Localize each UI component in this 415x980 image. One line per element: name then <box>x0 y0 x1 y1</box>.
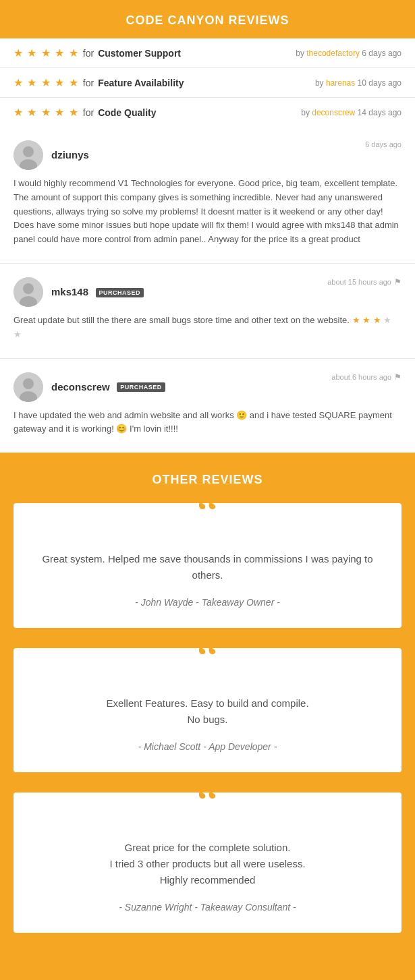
testimonial-text-3: Great price for the complete solution.I … <box>34 840 381 888</box>
for-label-2: for <box>83 78 94 88</box>
rating-right-3: by deconscrew 14 days ago <box>301 108 402 117</box>
stars-1: ★ ★ ★ ★ ★ <box>13 47 79 59</box>
review-card-1: dziunys 6 days ago I would highly recomm… <box>0 127 415 264</box>
testimonial-author-2: - Michael Scott - App Developer - <box>34 741 381 752</box>
page-title: CODE CANYON REVIEWS <box>7 13 408 28</box>
svg-point-1 <box>23 146 34 157</box>
reviewer-name-3: deconscrew PURCHASED <box>51 381 165 393</box>
other-reviews-title: OTHER REVIEWS <box>13 473 402 487</box>
review-card-2: mks148 PURCHASED about 15 hours ago ⚑ Gr… <box>0 264 415 359</box>
category-2: Feature Availability <box>98 78 184 88</box>
quote-mark-3: “ <box>34 786 381 819</box>
time-2: 10 days ago <box>358 78 402 88</box>
time-1: 6 days ago <box>362 49 402 58</box>
svg-point-4 <box>23 283 34 294</box>
rating-left-1: ★ ★ ★ ★ ★ for Customer Support <box>13 47 181 59</box>
reviewer-info-2: mks148 PURCHASED <box>13 277 144 307</box>
reviews-section: dziunys 6 days ago I would highly recomm… <box>0 127 415 453</box>
testimonial-author-1: - John Wayde - Takeaway Owner - <box>34 597 381 608</box>
testimonial-card-1: “ Great system. Helped me save thousands… <box>13 503 402 627</box>
reviewer-info-1: dziunys <box>13 140 89 170</box>
svg-point-7 <box>23 378 34 389</box>
testimonial-author-3: - Suzanne Wright - Takeaway Consultant - <box>34 902 381 913</box>
testimonial-card-2: “ Exellent Features. Easy to build and c… <box>13 648 402 772</box>
review-card-3: deconscrew PURCHASED about 6 hours ago ⚑… <box>0 359 415 453</box>
rating-right-1: by thecodefactory 6 days ago <box>296 49 402 58</box>
reviewer-link-1[interactable]: thecodefactory <box>306 49 360 58</box>
for-label-3: for <box>83 107 94 118</box>
testimonial-text-2: Exellent Features. Easy to build and com… <box>34 695 381 728</box>
time-3: 14 days ago <box>358 108 402 117</box>
for-label-1: for <box>83 48 94 59</box>
avatar-2 <box>13 277 43 307</box>
reviewer-name-1: dziunys <box>51 149 89 161</box>
quote-mark-2: “ <box>34 641 381 675</box>
review-header-2: mks148 PURCHASED about 15 hours ago ⚑ <box>13 277 402 307</box>
review-header-3: deconscrew PURCHASED about 6 hours ago ⚑ <box>13 372 402 402</box>
avatar-3 <box>13 372 43 402</box>
rating-row-1: ★ ★ ★ ★ ★ for Customer Support by thecod… <box>0 38 415 68</box>
review-meta-3: about 6 hours ago ⚑ <box>331 372 402 382</box>
stars-3: ★ ★ ★ ★ ★ <box>13 106 79 119</box>
stars-2: ★ ★ ★ ★ ★ <box>13 76 79 89</box>
header-section: CODE CANYON REVIEWS <box>0 0 415 38</box>
avatar-1 <box>13 140 43 170</box>
category-1: Customer Support <box>98 48 181 59</box>
rating-left-2: ★ ★ ★ ★ ★ for Feature Availability <box>13 76 184 89</box>
rating-right-2: by harenas 10 days ago <box>315 78 402 88</box>
reviewer-link-3[interactable]: deconscrew <box>312 108 355 117</box>
mini-stars-2: ★ ★ ★ <box>352 315 381 325</box>
testimonial-text-1: Great system. Helped me save thousands i… <box>34 551 381 583</box>
rating-row-2: ★ ★ ★ ★ ★ for Feature Availability by ha… <box>0 68 415 98</box>
review-text-3: I have updated the web and admin website… <box>13 409 402 437</box>
purchased-badge-2: PURCHASED <box>96 288 144 297</box>
review-text-1: I would highly recommend V1 Technologies… <box>13 177 402 247</box>
rating-left-3: ★ ★ ★ ★ ★ for Code Quality <box>13 106 156 119</box>
review-header-1: dziunys 6 days ago <box>13 140 402 170</box>
purchased-badge-3: PURCHASED <box>117 382 165 392</box>
flag-icon-2: ⚑ <box>394 277 402 287</box>
rating-section: ★ ★ ★ ★ ★ for Customer Support by thecod… <box>0 38 415 127</box>
review-meta-2: about 15 hours ago ⚑ <box>327 277 402 287</box>
reviewer-link-2[interactable]: harenas <box>326 78 355 88</box>
reviewer-info-3: deconscrew PURCHASED <box>13 372 165 402</box>
quote-mark-1: “ <box>34 496 381 530</box>
review-text-2: Great update but still the there are sma… <box>13 314 402 342</box>
review-meta-1: 6 days ago <box>365 140 402 148</box>
rating-row-3: ★ ★ ★ ★ ★ for Code Quality by deconscrew… <box>0 98 415 127</box>
reviewer-name-2: mks148 PURCHASED <box>51 286 144 298</box>
category-3: Code Quality <box>98 107 156 118</box>
testimonial-card-3: “ Great price for the complete solution.… <box>13 792 402 933</box>
flag-icon-3: ⚑ <box>394 372 402 382</box>
other-reviews-section: OTHER REVIEWS “ Great system. Helped me … <box>0 453 415 960</box>
